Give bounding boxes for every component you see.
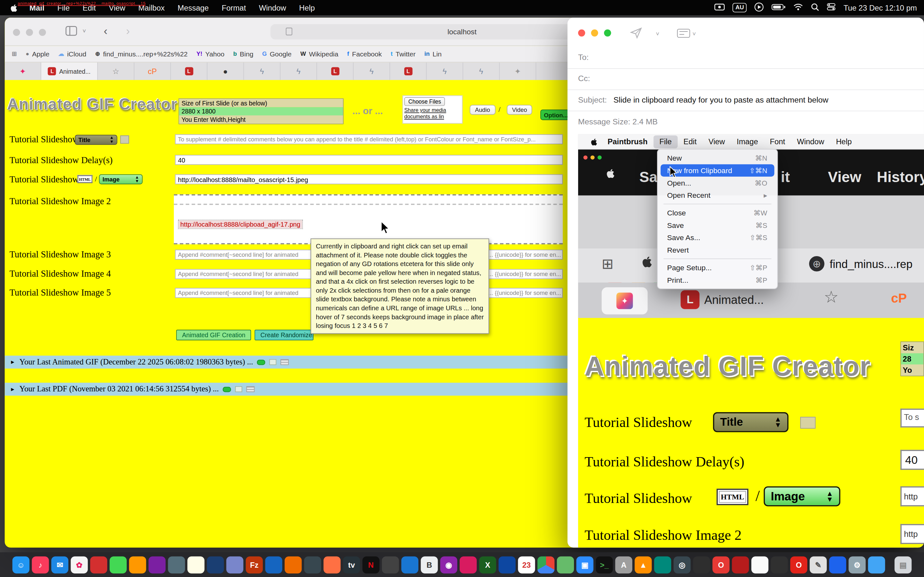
dock-icon-docker[interactable] [829, 556, 846, 573]
dock-icon-trash[interactable]: ▤ [895, 556, 911, 573]
preview-icon[interactable] [270, 359, 276, 365]
minimize-button[interactable] [26, 29, 33, 36]
apple-menu-icon[interactable] [9, 3, 18, 13]
audio-button[interactable]: Audio [470, 105, 495, 115]
disclosure-triangle-icon[interactable]: ► [10, 359, 15, 365]
control-center-icon[interactable] [827, 3, 836, 12]
delay-input[interactable]: 40 [175, 155, 563, 165]
safari-tab-10[interactable]: ϟ [354, 63, 390, 80]
safari-tab-1[interactable]: ✦ [5, 63, 41, 80]
title-select[interactable]: Title▲▼ [75, 135, 117, 145]
dock-icon-app-red[interactable] [90, 556, 107, 573]
title-append-input[interactable]: To supplement # delimited comments below… [175, 134, 563, 144]
dock-icon-finder[interactable]: ☺ [13, 556, 29, 573]
dock-icon-obs[interactable]: ◎ [674, 556, 690, 573]
input-source-indicator[interactable]: AU [732, 3, 747, 12]
disclosure-triangle-icon[interactable]: ► [10, 386, 15, 392]
cc-label[interactable]: Cc: [578, 74, 590, 83]
play-status-icon[interactable] [754, 2, 764, 13]
dock-icon-terminal[interactable]: >_ [596, 556, 613, 573]
image2-drop-area[interactable]: http://localhost:8888/clipboad_agif-17.p… [174, 194, 563, 244]
favorite-apple[interactable]: ●Apple [26, 50, 49, 57]
chevron-down-icon[interactable]: ˅ [82, 27, 86, 34]
menu-message[interactable]: Message [171, 3, 215, 12]
first-slide-size-box[interactable]: Size of First Slide (or as below) 2880 x… [179, 98, 344, 124]
menu-format[interactable]: Format [215, 3, 252, 12]
close-button[interactable] [578, 29, 585, 37]
printer-icon[interactable] [246, 386, 255, 392]
menu-bar-clock[interactable]: Tue 23 Dec 12:10 pm [843, 3, 917, 12]
safari-tab-cpanel[interactable]: cP [134, 63, 171, 80]
create-randomized-button[interactable]: Create Randomize... [254, 330, 313, 340]
file-menu-item-close[interactable]: Close⌘W [661, 207, 774, 219]
dock-icon-messages[interactable] [110, 556, 127, 573]
keyboard-icon[interactable] [281, 359, 289, 365]
image2-clipboard-link[interactable]: http://localhost:8888/clipboad_agif-17.p… [179, 220, 302, 229]
dock-icon-zoom[interactable]: ▣ [576, 556, 593, 573]
apple-menu-icon[interactable] [590, 137, 598, 146]
to-label[interactable]: To: [578, 53, 589, 62]
file-menu-item-new[interactable]: New⌘N [661, 152, 774, 164]
chevron-down-icon[interactable]: ˅ [692, 31, 696, 37]
safari-tab-star[interactable]: ☆ [98, 63, 134, 80]
dock-icon-app-scarlet[interactable]: O [790, 556, 807, 573]
favorite-twitter[interactable]: tTwitter [391, 50, 416, 57]
pb-menu-image[interactable]: Image [731, 135, 764, 148]
status-pill-icon[interactable] [257, 359, 266, 365]
dock-icon-app-crimson[interactable] [732, 556, 749, 573]
safari-tab-14[interactable]: ✦ [500, 63, 536, 80]
favorite-bing[interactable]: bBing [233, 50, 254, 57]
favorite-google[interactable]: GGoogle [262, 50, 292, 57]
safari-tab-13[interactable]: ϟ [463, 63, 500, 80]
favorite-sites-grid[interactable]: ⊞ [12, 51, 17, 57]
dock-icon-app-slate[interactable] [168, 556, 185, 573]
dock-icon-app-steel[interactable] [226, 556, 243, 573]
file-menu-item-save[interactable]: Save⌘S [661, 219, 774, 231]
menu-help[interactable]: Help [292, 3, 321, 12]
file-menu-item-revert[interactable]: Revert [661, 243, 774, 256]
battery-icon[interactable] [772, 3, 786, 12]
chevron-down-icon[interactable]: ˅ [656, 31, 659, 37]
pb-menu-view[interactable]: View [703, 135, 731, 148]
favorite-facebook[interactable]: fFacebook [347, 50, 382, 57]
forward-icon[interactable]: › [126, 25, 130, 37]
safari-tab-7[interactable]: ϟ [244, 63, 280, 80]
file-menu-item-save-as[interactable]: Save As...⇧⌘S [661, 231, 774, 244]
safari-tab-11[interactable]: L [390, 63, 427, 80]
dock-icon-netflix[interactable]: N [363, 556, 380, 573]
dock-icon-books[interactable] [129, 556, 146, 573]
dock-icon-filezilla[interactable]: Fz [246, 556, 263, 573]
dock-icon-thunderbird[interactable] [265, 556, 282, 573]
options-button[interactable]: Option... [540, 110, 570, 120]
dock-icon-app-pink[interactable] [460, 556, 477, 573]
favorite-wikipedia[interactable]: WWikipedia [300, 50, 338, 57]
video-button[interactable]: Video [507, 105, 533, 115]
pb-menu-font[interactable]: Font [764, 135, 791, 148]
dock-icon-paintbrush[interactable]: ✎ [810, 556, 827, 573]
sidebar-toggle-icon[interactable] [65, 26, 78, 38]
clipboard-image-attachment[interactable]: PaintbrushFileEditViewImageFontWindowHel… [578, 134, 924, 548]
subject-label[interactable]: Subject: [578, 95, 607, 105]
dock-icon-mail[interactable]: ✉ [51, 556, 68, 573]
spotlight-search-icon[interactable] [811, 3, 819, 13]
back-icon[interactable]: ‹ [103, 25, 107, 37]
status-pill-icon[interactable] [223, 387, 231, 392]
dock-icon-app-amber[interactable] [284, 556, 302, 573]
dock-icon-app-graphite[interactable] [693, 556, 710, 573]
dock-icon-app-dim[interactable] [382, 556, 399, 573]
screen-record-icon[interactable] [714, 3, 725, 12]
minimize-button[interactable] [591, 29, 598, 37]
pb-menu-edit[interactable]: Edit [678, 135, 703, 148]
safari-tab-6[interactable]: ● [208, 63, 244, 80]
zoom-button[interactable] [604, 29, 611, 37]
html-mode-button[interactable]: HTML [78, 175, 93, 183]
wifi-icon[interactable] [793, 3, 803, 12]
file-menu-item-open[interactable]: Open...⌘O [661, 177, 774, 189]
dock-icon-excel[interactable]: X [479, 556, 496, 573]
file-menu-item-print[interactable]: Print...⌘P [661, 274, 774, 286]
header-fields-icon[interactable] [677, 29, 690, 38]
safari-tab-5[interactable]: L [171, 63, 208, 80]
dock-icon-app-paper[interactable] [751, 556, 768, 573]
share-media-link[interactable]: Share your media documents as lin [404, 107, 461, 120]
dock-icon-app-charcoal[interactable] [304, 556, 321, 573]
